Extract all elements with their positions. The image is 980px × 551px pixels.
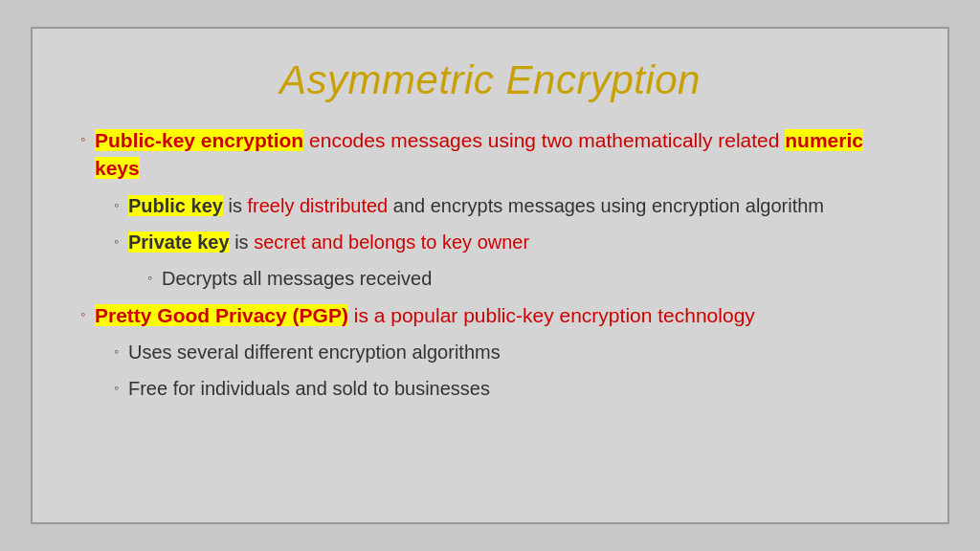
- popular-tech: popular public-key encryption technology: [390, 304, 755, 326]
- bullet-2: ◦ Pretty Good Privacy (PGP) is a popular…: [80, 301, 900, 329]
- decrypts-text: Decrypts all messages received: [162, 268, 432, 289]
- bullet-1: ◦ Public-key encryption encodes messages…: [80, 126, 900, 183]
- highlight-public-key-encryption: Public-key encryption: [95, 129, 303, 151]
- secret-belongs: secret and belongs to key owner: [254, 231, 529, 253]
- slide: Asymmetric Encryption ◦ Public-key encry…: [31, 27, 949, 524]
- bullet-1-1: ◦ Public key is freely distributed and e…: [114, 192, 900, 219]
- bullet-1-text: Public-key encryption encodes messages u…: [95, 126, 900, 183]
- bullet-2-1: ◦ Uses several different encryption algo…: [114, 339, 900, 365]
- bullet-1-2-text: Private key is secret and belongs to key…: [128, 229, 900, 255]
- bullet-2-1-text: Uses several different encryption algori…: [128, 339, 900, 365]
- freely-distributed: freely distributed: [247, 195, 388, 216]
- highlight-public-key: Public key: [128, 195, 223, 216]
- slide-content: ◦ Public-key encryption encodes messages…: [80, 126, 900, 494]
- free-individuals-text: Free for individuals and sold to busines…: [128, 378, 490, 399]
- bullet-1-1-part3: and encrypts messages using encryption a…: [388, 195, 824, 216]
- bullet-1-1-text: Public key is freely distributed and enc…: [128, 192, 900, 219]
- bullet-1-2-1-text: Decrypts all messages received: [162, 265, 900, 292]
- bullet-1-part2: encodes messages using two mathematicall…: [303, 129, 785, 151]
- highlight-private-key: Private key: [128, 231, 230, 253]
- slide-title: Asymmetric Encryption: [80, 57, 900, 103]
- bullet-2-2-text: Free for individuals and sold to busines…: [128, 375, 900, 402]
- bullet-dot-2-2: ◦: [114, 379, 119, 398]
- bullet-2-2: ◦ Free for individuals and sold to busin…: [114, 375, 900, 402]
- bullet-1-2-1: ◦ Decrypts all messages received: [147, 265, 900, 292]
- bullet-2-part2: is a: [348, 304, 390, 326]
- bullet-dot-1-2-1: ◦: [147, 269, 152, 288]
- bullet-dot-1-2: ◦: [114, 232, 119, 252]
- bullet-dot-2-1: ◦: [114, 342, 119, 362]
- bullet-dot-2: ◦: [80, 305, 85, 324]
- bullet-1-2-part2: is: [230, 231, 255, 253]
- bullet-2-text: Pretty Good Privacy (PGP) is a popular p…: [95, 301, 900, 329]
- bullet-1-2: ◦ Private key is secret and belongs to k…: [114, 229, 900, 255]
- bullet-1-1-part2: is: [223, 195, 248, 216]
- uses-several-text: Uses several different encryption algori…: [128, 342, 501, 363]
- bullet-dot-1-1: ◦: [114, 196, 119, 215]
- highlight-pgp: Pretty Good Privacy (PGP): [95, 304, 348, 326]
- bullet-dot-1: ◦: [80, 130, 85, 149]
